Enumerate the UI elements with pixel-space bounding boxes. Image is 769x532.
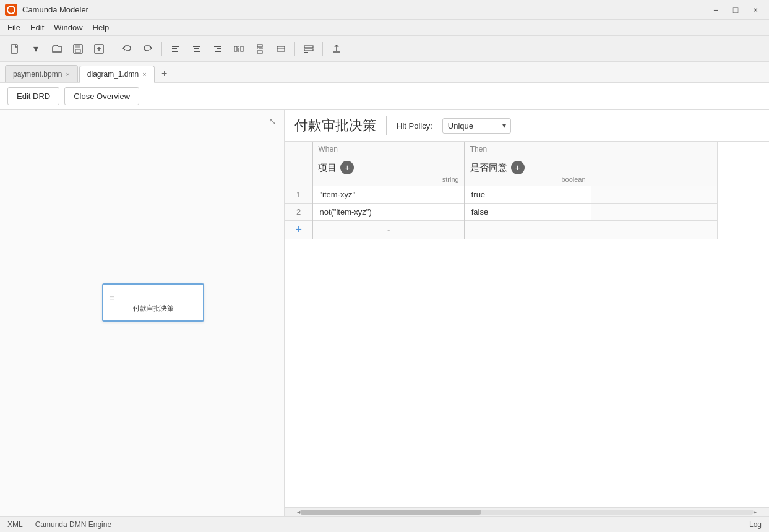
section-header-row: When Then [285, 142, 718, 157]
main-area: ⤡ ≡ 付款审批决策 付款审批决策 Hit Policy: Unique Fir… [0, 110, 769, 516]
decision-table: When Then 项目 + string [285, 142, 718, 239]
toolbar: ▾ [0, 36, 769, 62]
decision-table-wrapper[interactable]: When Then 项目 + string [285, 142, 769, 507]
open-file-button[interactable] [47, 40, 67, 58]
scroll-right-arrow[interactable]: ▸ [754, 508, 757, 515]
row-1-output[interactable]: true [465, 186, 591, 204]
add-input-col-button[interactable]: + [340, 161, 354, 174]
toolbar-sep-3 [294, 42, 295, 56]
add-row-annotation [591, 221, 717, 239]
table-row: 2 not("item-xyz") false [285, 204, 718, 221]
add-row-dash: - [312, 221, 464, 239]
tab-bar: payment.bpmn × diagram_1.dmn × + [0, 62, 769, 83]
menu-help[interactable]: Help [88, 22, 114, 33]
table-row: 1 "item-xyz" true [285, 186, 718, 204]
svg-rect-7 [172, 51, 178, 52]
hit-policy-wrapper: Unique First Any Collect Rule order Outp… [442, 118, 511, 134]
tab-payment-close[interactable]: × [66, 71, 69, 78]
row-2-input[interactable]: not("item-xyz") [312, 204, 464, 221]
title-bar: Camunda Modeler − □ × [0, 0, 769, 20]
svg-rect-12 [217, 48, 221, 49]
save-as-button[interactable] [89, 40, 109, 58]
column-name-row: 项目 + string 是否同意 + boolean [285, 156, 718, 186]
title-bar-title: Camunda Modeler [22, 5, 707, 14]
svg-rect-5 [172, 46, 179, 47]
tab-add-button[interactable]: + [156, 65, 173, 82]
status-xml[interactable]: XML [7, 520, 23, 529]
row-num-2: 2 [285, 204, 313, 221]
title-bar-controls: − □ × [707, 4, 764, 16]
dmn-node[interactable]: ≡ 付款审批决策 [102, 283, 204, 322]
menu-window[interactable]: Window [49, 22, 87, 33]
row-1-annotation[interactable] [591, 186, 717, 204]
tab-payment[interactable]: payment.bpmn × [5, 65, 78, 82]
zoom-button[interactable] [299, 40, 319, 58]
row-2-annotation[interactable] [591, 204, 717, 221]
canvas-panel: ⤡ ≡ 付款审批决策 [0, 110, 285, 516]
close-button[interactable]: × [747, 4, 764, 16]
scrollbar-thumb[interactable] [300, 510, 481, 515]
menu-edit[interactable]: Edit [25, 22, 49, 33]
svg-rect-8 [193, 46, 200, 47]
svg-rect-21 [304, 52, 308, 53]
status-log[interactable]: Log [749, 520, 762, 529]
add-row-dash-2 [465, 221, 591, 239]
distribute-v-button[interactable] [250, 40, 270, 58]
decision-title[interactable]: 付款审批决策 [294, 116, 376, 135]
save-button[interactable] [68, 40, 88, 58]
resize-button[interactable] [271, 40, 291, 58]
row-num-1: 1 [285, 186, 313, 204]
svg-rect-9 [194, 48, 199, 49]
th-input-col[interactable]: 项目 + string [312, 156, 464, 186]
horizontal-scrollbar[interactable]: ◂ ▸ [285, 507, 769, 516]
close-overview-button[interactable]: Close Overview [64, 87, 139, 105]
status-bar: XML Camunda DMN Engine Log [0, 516, 769, 532]
row-2-output[interactable]: false [465, 204, 591, 221]
svg-rect-10 [194, 51, 200, 52]
input-col-name: 项目 [318, 162, 337, 174]
maximize-button[interactable]: □ [727, 4, 744, 16]
row-1-input[interactable]: "item-xyz" [312, 186, 464, 204]
svg-rect-19 [304, 46, 313, 48]
dmn-node-label: 付款审批决策 [110, 304, 197, 313]
th-annotation-col [591, 156, 717, 186]
minimize-button[interactable]: − [707, 4, 724, 16]
undo-button[interactable] [117, 40, 137, 58]
align-right-button[interactable] [208, 40, 228, 58]
redo-button[interactable] [138, 40, 158, 58]
svg-rect-2 [75, 45, 80, 48]
menu-bar: File Edit Window Help [0, 20, 769, 36]
th-empty [285, 142, 313, 186]
input-col-type: string [313, 174, 463, 186]
svg-rect-14 [234, 46, 237, 51]
new-file-button[interactable] [5, 40, 25, 58]
hit-policy-label: Hit Policy: [397, 121, 432, 131]
tab-diagram[interactable]: diagram_1.dmn × [79, 66, 155, 83]
svg-rect-0 [11, 45, 17, 53]
svg-rect-3 [75, 49, 80, 53]
output-col-name: 是否同意 [470, 162, 507, 174]
add-output-col-button[interactable]: + [511, 161, 525, 174]
add-row-button[interactable]: + [285, 221, 313, 239]
action-bar: Edit DRD Close Overview [0, 83, 769, 110]
new-dropdown-button[interactable]: ▾ [26, 40, 46, 58]
tab-payment-label: payment.bpmn [13, 70, 62, 79]
svg-rect-16 [257, 45, 262, 47]
svg-rect-6 [172, 48, 177, 49]
svg-rect-13 [215, 51, 221, 52]
distribute-h-button[interactable] [229, 40, 249, 58]
th-output-col[interactable]: 是否同意 + boolean [465, 156, 591, 186]
scrollbar-track[interactable] [300, 510, 754, 515]
decision-header: 付款审批决策 Hit Policy: Unique First Any Coll… [285, 110, 769, 142]
upload-button[interactable] [327, 40, 346, 58]
align-left-button[interactable] [166, 40, 186, 58]
hit-policy-select[interactable]: Unique First Any Collect Rule order Outp… [442, 118, 511, 134]
edit-drd-button[interactable]: Edit DRD [7, 87, 59, 105]
th-annotation [591, 142, 717, 157]
decision-title-divider [386, 116, 387, 135]
align-center-button[interactable] [187, 40, 207, 58]
tab-diagram-label: diagram_1.dmn [87, 70, 139, 79]
menu-file[interactable]: File [2, 22, 25, 33]
expand-icon[interactable]: ⤡ [267, 115, 279, 127]
tab-diagram-close[interactable]: × [142, 71, 146, 78]
